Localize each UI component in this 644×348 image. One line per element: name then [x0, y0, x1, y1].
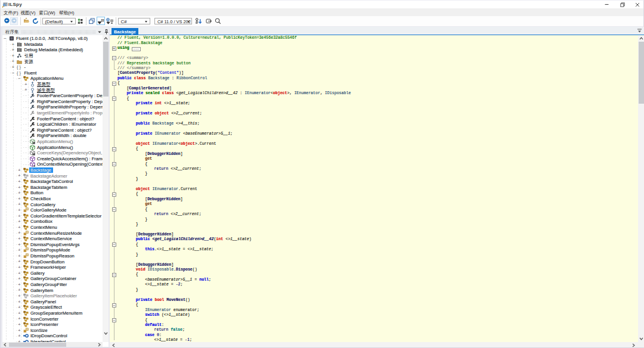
- svg-text:{ }: { }: [17, 70, 21, 76]
- svg-text:{ }: { }: [17, 64, 21, 70]
